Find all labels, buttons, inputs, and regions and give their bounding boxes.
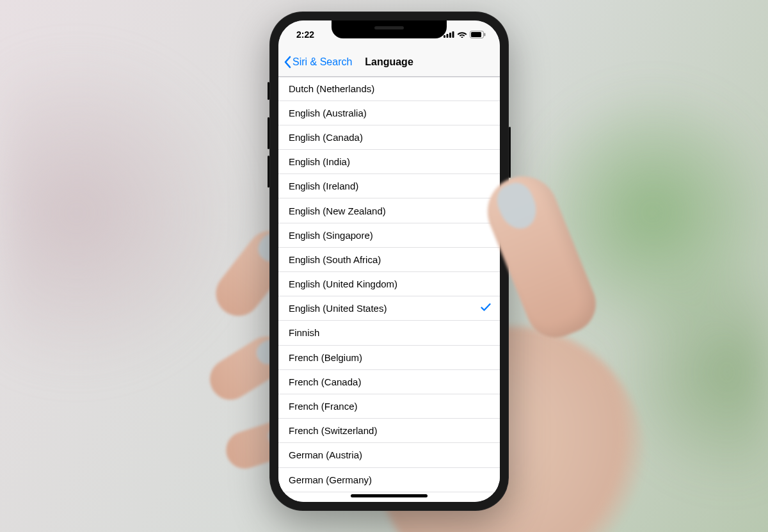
chevron-left-icon <box>284 56 291 69</box>
svg-rect-1 <box>447 34 449 38</box>
language-label: English (United States) <box>289 303 387 314</box>
language-row[interactable]: English (New Zealand) <box>278 198 500 223</box>
language-row[interactable]: English (United Kingdom) <box>278 272 500 296</box>
svg-rect-2 <box>449 33 451 38</box>
language-label: English (Canada) <box>289 132 363 143</box>
battery-icon <box>470 31 486 38</box>
language-row[interactable]: English (Ireland) <box>278 174 500 198</box>
language-row[interactable]: Finnish <box>278 321 500 345</box>
language-label: English (India) <box>289 156 350 167</box>
language-label: German (Austria) <box>289 449 362 460</box>
language-row[interactable]: German (Austria) <box>278 443 500 467</box>
language-label: English (United Kingdom) <box>289 278 397 289</box>
language-row[interactable]: French (France) <box>278 394 500 419</box>
language-row[interactable]: English (United States) <box>278 296 500 321</box>
checkmark-icon <box>481 302 491 315</box>
home-indicator[interactable] <box>351 494 428 497</box>
navigation-bar: Siri & Search Language <box>278 49 500 77</box>
power-button <box>509 127 511 178</box>
language-label: French (France) <box>289 401 358 412</box>
language-row[interactable]: French (Belgium) <box>278 346 500 370</box>
volume-down-button <box>268 156 269 188</box>
language-label: French (Belgium) <box>289 352 362 363</box>
language-row[interactable]: English (Australia) <box>278 101 500 125</box>
svg-rect-5 <box>471 32 481 37</box>
language-row[interactable]: English (South Africa) <box>278 248 500 272</box>
language-row[interactable]: French (Switzerland) <box>278 419 500 443</box>
language-label: Dutch (Netherlands) <box>289 83 374 94</box>
phone-frame: 2:22 Sir <box>269 12 509 511</box>
volume-up-button <box>268 117 269 149</box>
language-label: Finnish <box>289 327 319 338</box>
language-label: English (South Africa) <box>289 254 381 265</box>
back-button[interactable]: Siri & Search <box>284 56 352 69</box>
language-label: English (Singapore) <box>289 230 373 241</box>
svg-rect-3 <box>452 31 454 38</box>
language-row[interactable]: English (India) <box>278 150 500 174</box>
phone-notch <box>332 20 447 38</box>
svg-rect-0 <box>444 35 445 38</box>
language-label: German (Germany) <box>289 474 372 485</box>
language-list[interactable]: Dutch (Netherlands)English (Australia)En… <box>278 77 500 502</box>
svg-rect-6 <box>484 33 486 36</box>
language-label: English (Australia) <box>289 108 367 118</box>
screen: 2:22 Sir <box>278 20 500 502</box>
language-row[interactable]: French (Canada) <box>278 370 500 394</box>
language-label: French (Canada) <box>289 376 361 387</box>
wifi-icon <box>457 31 467 38</box>
status-time: 2:22 <box>296 29 314 40</box>
language-row[interactable]: English (Canada) <box>278 125 500 150</box>
language-row[interactable]: Dutch (Netherlands) <box>278 77 500 101</box>
language-label: English (New Zealand) <box>289 206 386 216</box>
language-row[interactable]: English (Singapore) <box>278 223 500 248</box>
language-label: English (Ireland) <box>289 181 358 191</box>
silence-switch <box>268 82 269 100</box>
language-row[interactable]: German (Germany) <box>278 468 500 492</box>
back-label: Siri & Search <box>292 56 352 68</box>
language-label: French (Switzerland) <box>289 425 377 436</box>
